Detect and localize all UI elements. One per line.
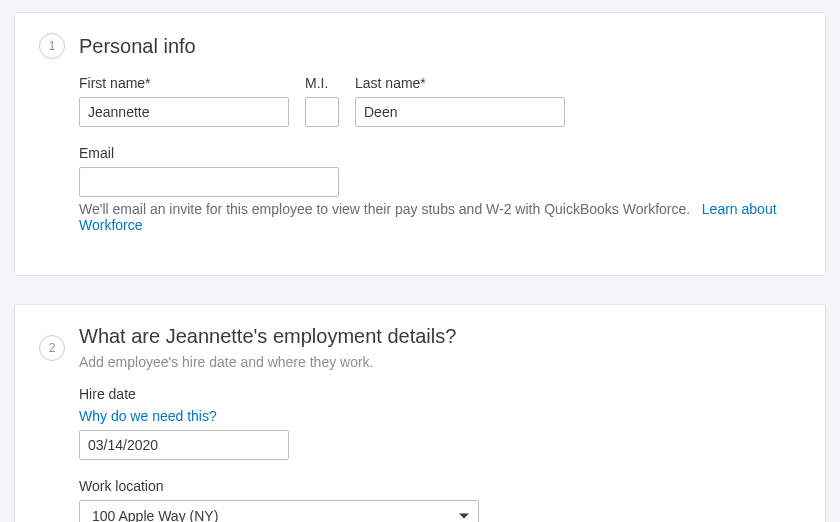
step-badge-2: 2 — [39, 335, 65, 361]
chevron-down-icon — [459, 514, 469, 519]
email-input[interactable] — [79, 167, 339, 197]
work-location-label: Work location — [79, 478, 801, 494]
section-header: 1 Personal info — [39, 33, 801, 59]
first-name-field-group: First name* — [79, 75, 289, 127]
hire-date-input[interactable] — [79, 430, 289, 460]
step-badge-1: 1 — [39, 33, 65, 59]
personal-info-card: 1 Personal info First name* M.I. Last na… — [14, 12, 826, 276]
hire-date-field-group: Hire date Why do we need this? — [79, 386, 801, 460]
mi-label: M.I. — [305, 75, 339, 91]
last-name-input[interactable] — [355, 97, 565, 127]
section-title-personal: Personal info — [79, 35, 196, 58]
email-helper-row: We'll email an invite for this employee … — [79, 201, 801, 233]
last-name-field-group: Last name* — [355, 75, 565, 127]
work-location-field-group: Work location 100 Apple Way (NY) — [79, 478, 801, 522]
section-header-2: 2 What are Jeannette's employment detail… — [39, 325, 801, 370]
first-name-label: First name* — [79, 75, 289, 91]
work-location-select[interactable]: 100 Apple Way (NY) — [79, 500, 479, 522]
email-helper-text: We'll email an invite for this employee … — [79, 201, 690, 217]
section-subtitle-employment: Add employee's hire date and where they … — [79, 354, 456, 370]
work-location-value: 100 Apple Way (NY) — [92, 508, 218, 522]
email-field-group: Email — [79, 145, 801, 197]
mi-input[interactable] — [305, 97, 339, 127]
email-label: Email — [79, 145, 801, 161]
section-title-employment: What are Jeannette's employment details? — [79, 325, 456, 348]
hire-date-help-link[interactable]: Why do we need this? — [79, 408, 801, 424]
last-name-label: Last name* — [355, 75, 565, 91]
employment-details-card: 2 What are Jeannette's employment detail… — [14, 304, 826, 522]
first-name-input[interactable] — [79, 97, 289, 127]
hire-date-label: Hire date — [79, 386, 801, 402]
mi-field-group: M.I. — [305, 75, 339, 127]
